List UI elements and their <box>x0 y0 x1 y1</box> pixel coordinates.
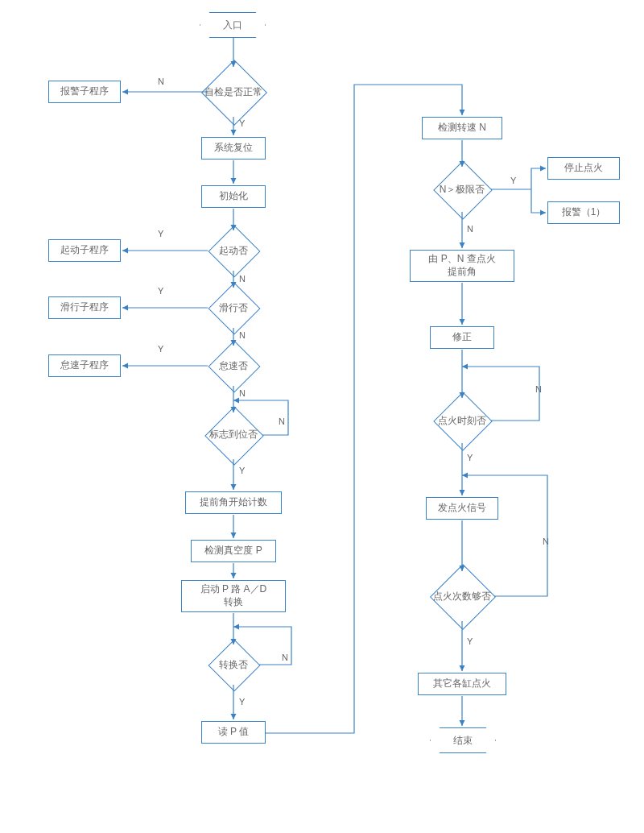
label-y-selfcheck: Y <box>239 118 245 128</box>
flowchart-canvas: 入口 报警子程序 自检是否正常 系统复位 初始化 起动子程序 起动否 滑行子程序… <box>0 0 644 833</box>
stop-ignition-label: 停止点火 <box>564 162 603 175</box>
init-label: 初始化 <box>219 190 248 203</box>
diamond-n-limit <box>433 160 493 220</box>
start-sub-label: 起动子程序 <box>60 244 109 257</box>
box-start-sub: 起动子程序 <box>48 239 121 262</box>
box-send-signal: 发点火信号 <box>426 497 498 520</box>
label-y-idle: Y <box>158 344 163 354</box>
label-n-igncount: N <box>543 537 549 546</box>
box-idle-sub: 怠速子程序 <box>48 354 121 377</box>
box-slide-sub: 滑行子程序 <box>48 296 121 319</box>
label-y-start: Y <box>158 229 163 238</box>
detect-vacuum-label: 检测真空度 P <box>204 545 262 557</box>
pn-lookup-label: 由 P、N 查点火 提前角 <box>428 253 495 278</box>
diamond-slide <box>208 282 260 334</box>
label-n-idle: N <box>239 388 246 398</box>
detect-n-label: 检测转速 N <box>438 122 486 135</box>
label-y-igntime: Y <box>467 453 473 462</box>
label-n-slide: N <box>239 330 246 340</box>
label-y-nlimit: Y <box>510 176 516 185</box>
diamond-idle <box>208 340 260 392</box>
box-init: 初始化 <box>201 185 266 208</box>
label-n-flag: N <box>279 416 285 426</box>
label-y-slide: Y <box>158 286 163 296</box>
label-n-convert: N <box>282 653 288 662</box>
correction-label: 修正 <box>452 331 472 344</box>
read-p-label: 读 P 值 <box>218 726 249 739</box>
diamond-ignition-count <box>430 564 496 630</box>
diamond-start <box>208 225 260 277</box>
slide-sub-label: 滑行子程序 <box>60 301 109 314</box>
box-start-ad: 启动 P 路 A／D 转换 <box>181 580 286 612</box>
advance-count-label: 提前角开始计数 <box>200 496 267 509</box>
start-ad-label: 启动 P 路 A／D 转换 <box>200 583 266 608</box>
alarm-1-label: 报警（1） <box>562 206 606 219</box>
diamond-ignition-time <box>433 392 493 451</box>
box-detect-vacuum: 检测真空度 P <box>191 540 276 562</box>
box-read-p: 读 P 值 <box>201 721 266 744</box>
system-reset-label: 系统复位 <box>214 142 253 155</box>
label-n-selfcheck: N <box>158 77 164 86</box>
alarm-sub-label: 报警子程序 <box>60 85 109 98</box>
end-label: 结束 <box>453 734 473 748</box>
box-stop-ignition: 停止点火 <box>547 157 620 180</box>
box-advance-count: 提前角开始计数 <box>185 491 282 514</box>
box-system-reset: 系统复位 <box>201 137 266 160</box>
box-alarm-sub: 报警子程序 <box>48 81 121 103</box>
label-y-flag: Y <box>239 466 245 475</box>
diamond-flag <box>204 406 264 466</box>
box-detect-n: 检测转速 N <box>422 117 502 139</box>
box-other-cylinders: 其它各缸点火 <box>418 673 506 695</box>
entry-label: 入口 <box>223 19 242 32</box>
label-y-igncount: Y <box>467 636 473 646</box>
box-pn-lookup: 由 P、N 查点火 提前角 <box>410 250 514 282</box>
diamond-convert <box>208 639 260 691</box>
label-n-igntime: N <box>535 384 542 394</box>
other-cylinders-label: 其它各缸点火 <box>433 678 491 690</box>
hexagon-entry: 入口 <box>200 12 266 38</box>
send-signal-label: 发点火信号 <box>438 502 486 515</box>
label-y-convert: Y <box>239 697 245 707</box>
idle-sub-label: 怠速子程序 <box>60 359 109 372</box>
hexagon-end: 结束 <box>430 727 496 753</box>
diamond-selfcheck <box>201 60 267 126</box>
box-correction: 修正 <box>430 326 494 349</box>
box-alarm-1: 报警（1） <box>547 201 620 224</box>
label-n-start: N <box>239 274 246 284</box>
label-n-nlimit: N <box>467 224 473 234</box>
